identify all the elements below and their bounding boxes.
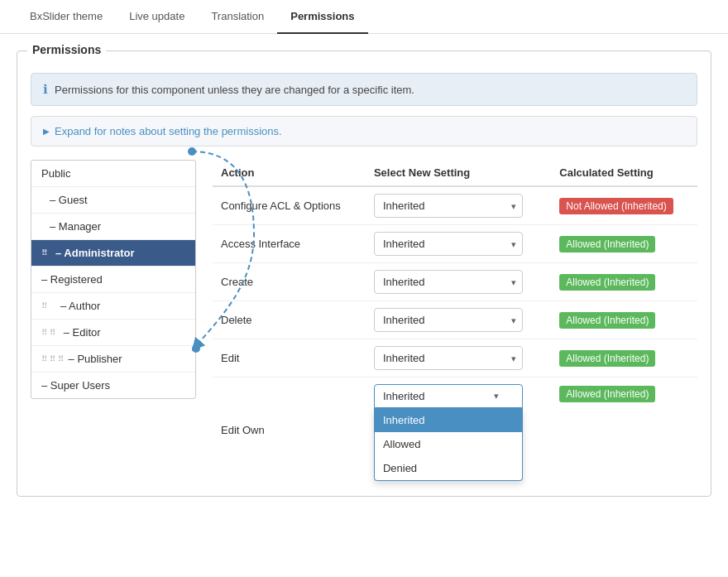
section-title: Permissions: [27, 43, 106, 56]
tabs-bar: BxSlider theme Live update Translation P…: [0, 0, 728, 34]
sidebar-item-superusers[interactable]: – Super Users: [31, 373, 195, 398]
expand-text: Expand for notes about setting the permi…: [55, 125, 282, 137]
table-row: Configure ACL & Options Inherited Allowe…: [213, 186, 697, 225]
select-edit[interactable]: Inherited Allowed Denied: [374, 346, 523, 370]
action-label: Configure ACL & Options: [213, 186, 366, 225]
badge-cell: Not Allowed (Inherited): [551, 186, 697, 225]
sidebar-item-author[interactable]: ⠿ – Author: [31, 293, 195, 320]
sidebar-label-publisher: – Publisher: [69, 353, 122, 365]
sidebar-label-author: – Author: [52, 300, 100, 312]
table-row: Delete Inherited Allowed Denied ▾: [213, 301, 697, 339]
col-select: Select New Setting: [366, 160, 551, 186]
sidebar-label-administrator: – Administrator: [52, 247, 135, 259]
sidebar-label-superusers: – Super Users: [41, 379, 110, 392]
sidebar-item-administrator[interactable]: ⠿ – Administrator: [31, 240, 195, 267]
select-configure-acl[interactable]: Inherited Allowed Denied: [374, 194, 523, 218]
table-row: Edit Inherited Allowed Denied ▾: [213, 339, 697, 377]
info-box: ℹ Permissions for this component unless …: [31, 73, 697, 106]
dropdown-menu: Inherited Allowed Denied: [374, 408, 523, 481]
select-delete[interactable]: Inherited Allowed Denied: [374, 308, 523, 332]
action-label: Access Interface: [213, 225, 366, 263]
select-cell-open: Inherited ▾ Inherited Allowed Denied: [366, 377, 551, 483]
select-cell: Inherited Allowed Denied ▾: [366, 186, 551, 225]
select-cell: Inherited Allowed Denied ▾: [366, 263, 551, 301]
select-wrap: Inherited Allowed Denied ▾: [374, 346, 523, 370]
drag-handle-icon-author: ⠿: [41, 301, 47, 310]
badge-cell: Allowed (Inherited): [551, 377, 697, 483]
select-create[interactable]: Inherited Allowed Denied: [374, 270, 523, 294]
badge-cell: Allowed (Inherited): [551, 339, 697, 377]
select-wrap: Inherited Allowed Denied ▾: [374, 270, 523, 294]
select-cell: Inherited Allowed Denied ▾: [366, 225, 551, 263]
expand-box[interactable]: ▶ Expand for notes about setting the per…: [31, 116, 697, 147]
svg-point-0: [188, 147, 196, 156]
sidebar-item-guest[interactable]: – Guest: [31, 187, 195, 214]
select-wrap: Inherited Allowed Denied ▾: [374, 194, 523, 218]
table-row: Create Inherited Allowed Denied ▾: [213, 263, 697, 301]
sidebar-item-registered[interactable]: – Registered: [31, 267, 195, 293]
table-row: Access Interface Inherited Allowed Denie…: [213, 225, 697, 263]
tab-bxslider[interactable]: BxSlider theme: [17, 0, 116, 34]
select-access-interface[interactable]: Inherited Allowed Denied: [374, 232, 523, 256]
sidebar-label-guest: – Guest: [41, 194, 88, 206]
info-text: Permissions for this component unless th…: [55, 84, 414, 96]
drag-handle-icon: ⠿: [41, 248, 47, 257]
sidebar-item-publisher[interactable]: ⠿ ⠿ ⠿ – Publisher: [31, 346, 195, 373]
action-label: Edit: [213, 339, 366, 377]
drag-handle-icon-editor: ⠿ ⠿: [41, 328, 55, 337]
sidebar-label-editor: – Editor: [60, 326, 101, 339]
permissions-section: Permissions ℹ Permissions for this compo…: [17, 50, 711, 497]
select-cell: Inherited Allowed Denied ▾: [366, 301, 551, 339]
permissions-table-wrap: Action Select New Setting Calculated Set…: [213, 160, 697, 483]
select-wrap: Inherited Allowed Denied ▾: [374, 232, 523, 256]
dropdown-open-wrap: Inherited ▾ Inherited Allowed Denied: [374, 384, 523, 408]
status-badge: Allowed (Inherited): [559, 312, 655, 329]
sidebar-label-manager: – Manager: [41, 220, 101, 233]
status-badge: Not Allowed (Inherited): [559, 198, 673, 214]
sidebar-label-public: Public: [41, 167, 70, 180]
action-label: Create: [213, 263, 366, 301]
tab-translation[interactable]: Translation: [198, 0, 277, 34]
status-badge: Allowed (Inherited): [559, 386, 655, 402]
action-label: Delete: [213, 301, 366, 339]
status-badge: Allowed (Inherited): [559, 236, 655, 252]
dropdown-option-allowed[interactable]: Allowed: [375, 432, 522, 456]
table-row: Edit Own Inherited ▾ Inherited: [213, 377, 697, 483]
dropdown-option-inherited[interactable]: Inherited: [375, 408, 522, 432]
dropdown-trigger[interactable]: Inherited ▾: [374, 384, 523, 408]
badge-cell: Allowed (Inherited): [551, 225, 697, 263]
col-action: Action: [213, 160, 366, 186]
tab-permissions[interactable]: Permissions: [277, 0, 367, 34]
select-wrap: Inherited Allowed Denied ▾: [374, 308, 523, 332]
dropdown-option-denied[interactable]: Denied: [375, 456, 522, 480]
tab-live-update[interactable]: Live update: [116, 0, 198, 34]
user-group-sidebar: Public – Guest – Manager ⠿ – Administrat…: [31, 160, 196, 399]
chevron-down-icon: ▾: [494, 391, 499, 401]
status-badge: Allowed (Inherited): [559, 274, 655, 291]
sidebar-item-manager[interactable]: – Manager: [31, 214, 195, 240]
action-label: Edit Own: [213, 377, 366, 483]
sidebar-item-editor[interactable]: ⠿ ⠿ – Editor: [31, 320, 195, 346]
col-calculated: Calculated Setting: [551, 160, 697, 186]
expand-arrow-icon: ▶: [43, 127, 50, 136]
sidebar-item-public[interactable]: Public: [31, 161, 195, 187]
select-cell: Inherited Allowed Denied ▾: [366, 339, 551, 377]
badge-cell: Allowed (Inherited): [551, 301, 697, 339]
main-content: Permissions ℹ Permissions for this compo…: [0, 34, 728, 513]
badge-cell: Allowed (Inherited): [551, 263, 697, 301]
info-icon: ℹ: [43, 82, 48, 97]
dropdown-current-value: Inherited: [383, 390, 425, 402]
permissions-table: Action Select New Setting Calculated Set…: [213, 160, 697, 483]
permissions-layout: Public – Guest – Manager ⠿ – Administrat…: [31, 160, 697, 483]
sidebar-label-registered: – Registered: [41, 273, 103, 286]
status-badge: Allowed (Inherited): [559, 350, 655, 367]
drag-handle-icon-publisher: ⠿ ⠿ ⠿: [41, 354, 64, 363]
